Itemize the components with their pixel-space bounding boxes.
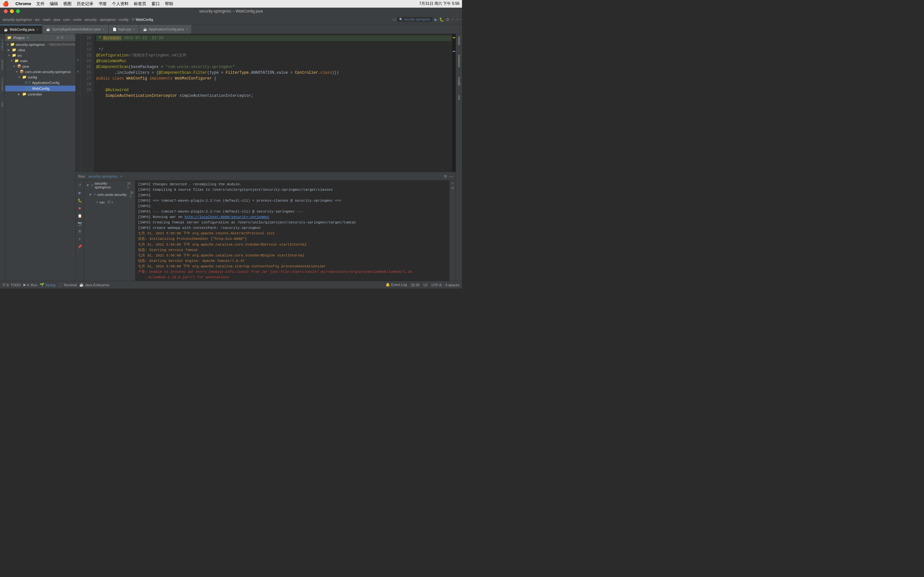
tab-springapplication[interactable]: ☕ SpringApplicationInitializer.java × [42,25,109,34]
run-stop-icon[interactable]: ■ [77,205,83,211]
menu-edit[interactable]: 编辑 [50,1,58,7]
gradle-panel-toggle[interactable]: Gradle [457,76,461,87]
status-spring[interactable]: 🌱 Spring [40,283,55,287]
collapse-all-icon[interactable]: ⊟ [57,35,59,40]
database-panel-toggle[interactable]: Database [457,53,461,69]
menu-profile[interactable]: 个人资料 [112,1,129,7]
ruler-mark-1 [453,37,455,38]
menu-window[interactable]: 窗口 [152,1,160,7]
apple-menu[interactable]: 🍎 [3,1,9,7]
breadcrumb-main[interactable]: main [43,18,51,21]
search-project-input[interactable]: 🔍 security-springmvc [397,17,433,22]
menu-history[interactable]: 历史记录 [77,1,94,7]
todo-icon: ☑ [3,283,6,287]
project-dropdown[interactable]: ▼ [26,36,29,39]
menu-chrome[interactable]: Chrome [15,1,31,6]
menu-view[interactable]: 视图 [63,1,71,7]
run-right-icon-1[interactable]: ≡ [451,181,454,185]
run-camera-icon[interactable]: 📷 [77,220,83,227]
tomcat-url-link[interactable]: http://localhost:8080/security-springmvc [184,215,269,219]
menu-file[interactable]: 文件 [36,1,45,7]
close-button[interactable] [4,9,8,13]
run-tree-root[interactable]: ▼ ↺ security-springmvc: 36 s [84,181,135,190]
structure-toggle[interactable]: Structure [0,55,5,74]
run-project-label[interactable]: security-springmvc [88,174,118,178]
run-tree-uncle[interactable]: ▼ ↺ com.uncle.security: 34 s [84,190,135,199]
run-pin-icon[interactable]: 📌 [77,243,83,250]
tab-springapp-close[interactable]: × [103,27,105,31]
panel-close-icon[interactable]: — [70,35,73,40]
nav-back-icon[interactable]: ◁ [393,17,395,22]
code-editor[interactable]: ⚙ ⚙ 20 21 22 23 24 25 26 27 28 [76,34,456,172]
status-java-enterprise[interactable]: ☕ Java Enterprise [79,283,109,287]
menu-tabs[interactable]: 标签页 [134,1,146,7]
status-terminal[interactable]: ⬛ Terminal [58,283,77,287]
debug-icon[interactable]: 🐛 [439,17,444,22]
breadcrumb-src[interactable]: src [35,18,40,21]
ant-panel-toggle[interactable]: Ant [457,94,461,101]
maven-panel-toggle[interactable]: Maven [457,35,461,47]
breadcrumb-uncle[interactable]: uncle [73,18,81,21]
status-todo[interactable]: ☑ 6: TODO [3,283,21,287]
tree-java[interactable]: ▼ 📦 java [5,63,75,69]
run-play-icon[interactable]: ▶ [77,189,83,196]
run-close[interactable]: × [120,174,122,178]
status-encoding[interactable]: UTF-8 [431,283,441,287]
favorites-toggle[interactable]: 2: Favorites [0,75,5,94]
tab-webconfig[interactable]: ☕ WebConfig.java × [0,25,42,34]
tree-src[interactable]: ▼ 📁 src [5,53,75,58]
tab-login-close[interactable]: × [133,27,135,31]
file-tree: ▼ 📁 security-springmvc ~/gitproject/secu… [5,42,75,281]
tree-webconfig[interactable]: ▶ ⓪ C WebConfig [5,85,75,91]
tree-package[interactable]: ▼ 📦 com.uncle.security.springmvc [5,69,75,74]
run-filter-icon[interactable]: ⊞ [77,228,83,234]
tree-appconfig[interactable]: ▶ ⓪ C ApplicationConfig [5,80,75,85]
tab-appconfig-close[interactable]: × [186,27,188,31]
breadcrumb-webconfig[interactable]: WebConfig [136,18,153,21]
tree-root[interactable]: ▼ 📁 security-springmvc ~/gitproject/secu… [5,42,75,47]
run-scroll-icon[interactable]: 📋 [77,213,83,219]
tab-webconfig-close[interactable]: × [36,28,38,31]
run-debug-icon[interactable]: 🐛 [77,197,83,203]
run-hierarchy-icon[interactable]: ≡ [77,235,83,242]
tree-root-path: ~/gitproject/security-springmvc [47,43,75,46]
panel-gear-icon[interactable]: ⋮ [65,35,69,40]
project-panel-toggle[interactable]: 1: Project [0,35,5,55]
status-run[interactable]: ▶ 4: Run [23,283,37,287]
panel-settings-icon[interactable]: ⚙ [61,35,64,40]
run-output[interactable]: [INFO] Changes detected - recompiling th… [136,181,449,281]
tab-login[interactable]: 📄 login.jsp × [109,25,139,34]
settings-icon[interactable]: ⚙ [446,17,449,22]
breadcrumb-security[interactable]: security [85,18,97,21]
tree-arrow-java: ▼ [13,65,16,68]
tab-appconfig[interactable]: ☕ ApplicationConfig.java × [139,25,192,34]
status-indent[interactable]: 4 spaces [445,283,459,287]
run-config-icon[interactable]: ▶ [435,17,437,22]
breadcrumb-springmvc[interactable]: springmvc [100,18,116,21]
breadcrumb-java[interactable]: java [53,18,60,21]
status-position[interactable]: 25:35 [411,283,420,287]
breadcrumb-config[interactable]: config [119,18,128,21]
minimize-button[interactable] [10,9,14,13]
code-content[interactable]: * @create: 2021-07-22 21:34 */ @Configur… [94,34,452,172]
more-icon[interactable]: ⋯ [456,17,459,22]
run-right-icon-2[interactable]: ⊞ [451,185,455,190]
tree-main[interactable]: ▼ 📁 main [5,58,75,63]
run-restart-icon[interactable]: ↺ [77,182,83,188]
menu-bookmarks[interactable]: 书签 [99,1,107,7]
git-icon[interactable]: ⑂ [451,17,454,22]
tree-config[interactable]: ▼ 📁 config [5,74,75,80]
breadcrumb-com[interactable]: com [63,18,70,21]
run-settings-icon[interactable]: ⚙ [444,174,447,179]
tree-idea[interactable]: ▶ 📁 .idea [5,47,75,53]
run-minimize-icon[interactable]: — [449,174,453,179]
maximize-button[interactable] [16,9,20,13]
tree-controller[interactable]: ▶ 📁 controller [5,91,75,97]
status-lf[interactable]: LF [423,283,428,287]
menu-help[interactable]: 帮助 [165,1,173,7]
log-line-2: [INFO] Compiling 9 source files to /User… [138,187,447,193]
web-toggle[interactable]: Web [0,95,5,114]
breadcrumb-project[interactable]: security-springmvc [3,18,32,21]
run-tree-run[interactable]: ▶ ↺ run 32 s [84,199,135,205]
status-event-log[interactable]: 🔔 Event Log [386,283,407,287]
